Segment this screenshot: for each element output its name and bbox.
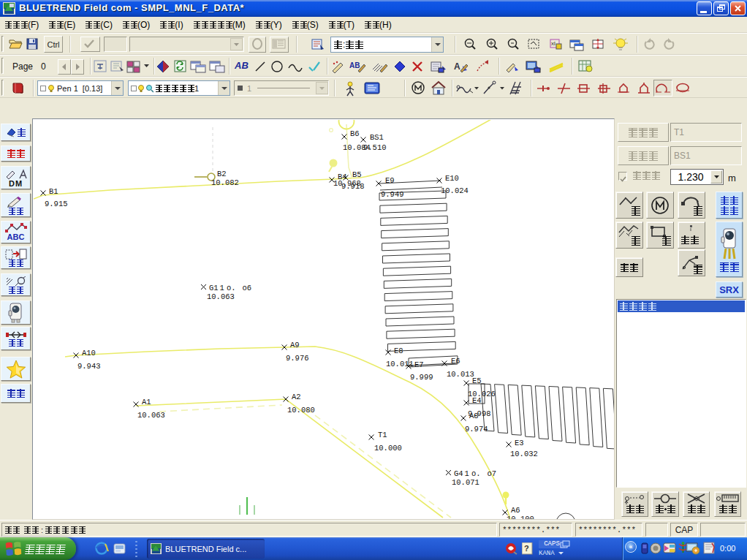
svg-text:A1: A1 <box>142 398 151 406</box>
svg-text:9.943: 9.943 <box>77 362 101 371</box>
svg-text:xl: xl <box>551 40 555 47</box>
svg-text:10.013: 10.013 <box>447 370 474 379</box>
svg-text:10.032: 10.032 <box>510 450 538 458</box>
svg-text:9.510: 9.510 <box>363 143 387 152</box>
svg-text:A: A <box>454 61 460 72</box>
svg-text:A6: A6 <box>511 506 520 515</box>
svg-text:9.918: 9.918 <box>341 182 365 191</box>
svg-text:10.100: 10.100 <box>507 515 534 520</box>
svg-text:9.915: 9.915 <box>45 200 68 208</box>
svg-text:G11o.o6: G11o.o6 <box>209 284 251 292</box>
svg-text:10.063: 10.063 <box>207 292 235 301</box>
svg-text:E6: E6 <box>451 357 460 366</box>
svg-text:B6: B6 <box>350 129 360 138</box>
svg-text:9.949: 9.949 <box>381 190 404 199</box>
svg-text:T1: T1 <box>378 431 387 439</box>
svg-text:E8: E8 <box>394 347 403 355</box>
svg-text:10.063: 10.063 <box>137 411 165 420</box>
svg-text:10.071: 10.071 <box>452 478 479 487</box>
svg-text:AB: AB <box>349 61 360 69</box>
svg-text:10.024: 10.024 <box>441 186 469 195</box>
svg-text:E3: E3 <box>515 439 524 447</box>
svg-text:E4: E4 <box>472 396 482 405</box>
svg-text:A10: A10 <box>82 349 96 357</box>
svg-text:9.999: 9.999 <box>410 373 433 382</box>
svg-text:9.976: 9.976 <box>286 354 309 363</box>
svg-text:E7: E7 <box>414 360 424 369</box>
svg-text:10.082: 10.082 <box>211 178 239 187</box>
svg-text:B1: B1 <box>49 187 58 196</box>
svg-text:10.080: 10.080 <box>287 406 315 415</box>
svg-text:10.000: 10.000 <box>374 444 402 453</box>
svg-text:E10: E10 <box>445 174 459 183</box>
svg-text:?: ? <box>524 544 529 553</box>
svg-text:E5: E5 <box>472 377 482 385</box>
svg-text:B5: B5 <box>352 170 362 179</box>
svg-text:G41o.o7: G41o.o7 <box>454 469 496 478</box>
svg-text:BS1: BS1 <box>370 133 384 142</box>
svg-text:A8: A8 <box>469 412 479 420</box>
svg-text:E9: E9 <box>385 176 395 185</box>
svg-text:B2: B2 <box>217 170 227 178</box>
svg-text:A9: A9 <box>290 341 300 349</box>
svg-text:9.974: 9.974 <box>465 425 488 434</box>
svg-text:A2: A2 <box>292 393 301 401</box>
